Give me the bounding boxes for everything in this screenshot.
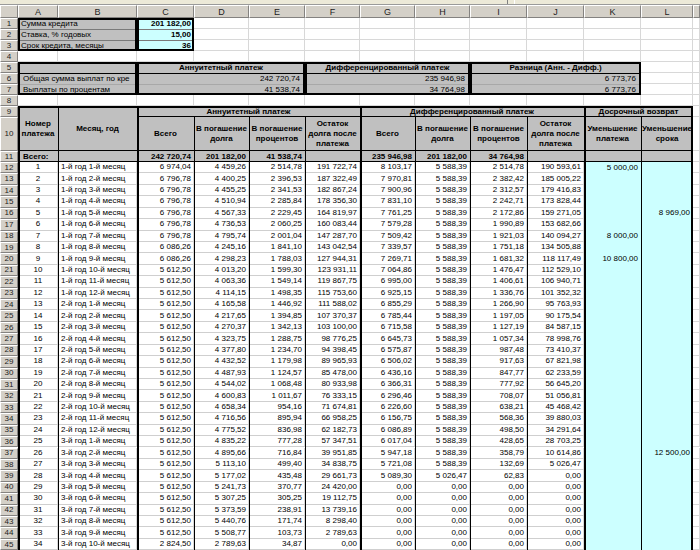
cell-M43[interactable] <box>693 516 700 527</box>
payment-28-early-payment[interactable] <box>584 470 641 481</box>
payment-32-annuity_principal[interactable]: 5 440,76 <box>194 516 249 527</box>
payment-17-diff_total[interactable]: 6 575,87 <box>360 345 415 356</box>
payment-12-month[interactable]: 1-й год 12-й месяц <box>58 288 137 299</box>
cell-M16[interactable] <box>693 208 700 219</box>
payment-16-annuity_balance[interactable]: 98 776,25 <box>305 333 360 344</box>
payment-10-early-payment[interactable] <box>584 265 641 276</box>
payment-3-annuity_principal[interactable]: 4 455,25 <box>194 185 249 196</box>
payment-22-month[interactable]: 2-й год 10-й месяц <box>58 402 137 413</box>
payment-27-annuity_balance[interactable]: 34 838,75 <box>305 459 360 470</box>
payment-7-annuity_principal[interactable]: 4 795,74 <box>194 231 249 242</box>
payment-22-early-term[interactable] <box>641 402 693 413</box>
payment-23-annuity_total[interactable]: 5 612,50 <box>137 413 194 424</box>
payment-15-diff_principal[interactable]: 5 588,39 <box>415 322 470 333</box>
payment-8-number[interactable]: 8 <box>18 242 58 253</box>
payment-23-number[interactable]: 23 <box>18 413 58 424</box>
row-header-9[interactable]: 9 <box>0 106 18 117</box>
payment-12-diff_total[interactable]: 6 925,15 <box>360 288 415 299</box>
payment-27-annuity_principal[interactable]: 5 113,10 <box>194 459 249 470</box>
payment-6-annuity_interest[interactable]: 2 060,25 <box>249 219 305 230</box>
payment-14-number[interactable]: 14 <box>18 310 58 321</box>
payment-6-diff_interest[interactable]: 1 990,89 <box>470 219 527 230</box>
payment-2-early-payment[interactable] <box>584 173 641 184</box>
payment-1-early-term[interactable] <box>641 162 693 173</box>
payment-30-annuity_principal[interactable]: 5 307,25 <box>194 493 249 504</box>
payment-34-early-term[interactable] <box>641 539 693 550</box>
cell-M13[interactable] <box>693 173 700 184</box>
payment-11-number[interactable]: 11 <box>18 276 58 287</box>
cell-H1[interactable] <box>415 18 470 29</box>
payment-24-diff_balance[interactable]: 34 291,64 <box>527 425 584 436</box>
payment-16-early-term[interactable] <box>641 333 693 344</box>
payment-3-early-payment[interactable] <box>584 185 641 196</box>
cell-D3[interactable] <box>194 40 249 51</box>
payment-10-annuity_balance[interactable]: 123 931,11 <box>305 265 360 276</box>
payment-9-number[interactable]: 9 <box>18 253 58 264</box>
payment-18-number[interactable]: 18 <box>18 356 58 367</box>
payment-18-early-payment[interactable] <box>584 356 641 367</box>
totals-label[interactable]: Всего: <box>20 151 58 162</box>
payment-4-diff_interest[interactable]: 2 242,71 <box>470 196 527 207</box>
payment-13-month[interactable]: 2-й год 1-й месяц <box>58 299 137 310</box>
cell-M39[interactable] <box>693 470 700 481</box>
payment-1-diff_balance[interactable]: 190 593,61 <box>527 162 584 173</box>
payment-14-annuity_total[interactable]: 5 612,50 <box>137 310 194 321</box>
row-header-38[interactable]: 38 <box>0 459 18 470</box>
payment-32-early-term[interactable] <box>641 516 693 527</box>
payment-23-month[interactable]: 2-й год 11-й месяц <box>58 413 137 424</box>
cell-E1[interactable] <box>249 18 305 29</box>
payment-22-annuity_interest[interactable]: 954,16 <box>249 402 305 413</box>
payment-7-diff_principal[interactable]: 5 588,39 <box>415 231 470 242</box>
payment-17-diff_interest[interactable]: 987,48 <box>470 345 527 356</box>
payment-32-diff_balance[interactable]: 0,00 <box>527 516 584 527</box>
payment-19-annuity_principal[interactable]: 4 487,93 <box>194 368 249 379</box>
payment-15-diff_interest[interactable]: 1 127,19 <box>470 322 527 333</box>
row-header-17[interactable]: 17 <box>0 219 18 230</box>
cell-L1[interactable] <box>641 18 693 29</box>
payment-15-month[interactable]: 2-й год 3-й месяц <box>58 322 137 333</box>
cell-L6[interactable] <box>641 73 693 84</box>
payment-11-diff_principal[interactable]: 5 588,39 <box>415 276 470 287</box>
payment-31-diff_balance[interactable]: 0,00 <box>527 505 584 516</box>
payment-4-number[interactable]: 4 <box>18 196 58 207</box>
cell-M17[interactable] <box>693 219 700 230</box>
payment-33-diff_interest[interactable]: 0,00 <box>470 527 527 538</box>
payment-34-month[interactable]: 3-й год 10-й месяц <box>58 539 137 550</box>
payment-28-annuity_total[interactable]: 5 612,50 <box>137 470 194 481</box>
payment-14-month[interactable]: 2-й год 2-й месяц <box>58 310 137 321</box>
payment-11-early-term[interactable] <box>641 276 693 287</box>
payment-27-early-term[interactable] <box>641 459 693 470</box>
col-header-k[interactable]: K <box>584 5 641 18</box>
payment-10-annuity_principal[interactable]: 4 013,20 <box>194 265 249 276</box>
payment-19-annuity_total[interactable]: 5 612,50 <box>137 368 194 379</box>
cell-K3[interactable] <box>584 40 641 51</box>
payment-32-annuity_balance[interactable]: 8 298,40 <box>305 516 360 527</box>
payment-5-annuity_interest[interactable]: 2 229,45 <box>249 208 305 219</box>
payment-8-diff_principal[interactable]: 5 588,39 <box>415 242 470 253</box>
payment-2-month[interactable]: 1-й год 2-й месяц <box>58 173 137 184</box>
totals-value-i[interactable]: 34 764,98 <box>470 151 527 162</box>
payment-34-early-payment[interactable] <box>584 539 641 550</box>
payment-25-number[interactable]: 25 <box>18 436 58 447</box>
cell-I1[interactable] <box>470 18 527 29</box>
payment-21-annuity_principal[interactable]: 4 600,83 <box>194 390 249 401</box>
schedule-group-header-1[interactable]: Дифференцированный платеж <box>360 106 584 117</box>
schedule-subheader-g[interactable]: Всего <box>360 117 415 151</box>
payment-29-early-payment[interactable] <box>584 482 641 493</box>
payment-33-early-payment[interactable] <box>584 527 641 538</box>
row-header-32[interactable]: 32 <box>0 390 18 401</box>
cell-M35[interactable] <box>693 425 700 436</box>
row-header-42[interactable]: 42 <box>0 505 18 516</box>
row-header-1[interactable]: 1 <box>0 18 18 29</box>
payment-30-annuity_balance[interactable]: 19 112,75 <box>305 493 360 504</box>
payment-27-early-payment[interactable] <box>584 459 641 470</box>
payment-17-early-payment[interactable] <box>584 345 641 356</box>
cell-M29[interactable] <box>693 356 700 367</box>
payment-21-annuity_interest[interactable]: 1 011,67 <box>249 390 305 401</box>
payment-13-diff_total[interactable]: 6 855,29 <box>360 299 415 310</box>
payment-29-diff_principal[interactable]: 0,00 <box>415 482 470 493</box>
payment-34-annuity_balance[interactable]: 0,00 <box>305 539 360 550</box>
summary-col-header-0[interactable]: Аннуитетный платеж <box>137 62 305 73</box>
payment-14-early-payment[interactable] <box>584 310 641 321</box>
col-header-f[interactable]: F <box>305 5 360 18</box>
